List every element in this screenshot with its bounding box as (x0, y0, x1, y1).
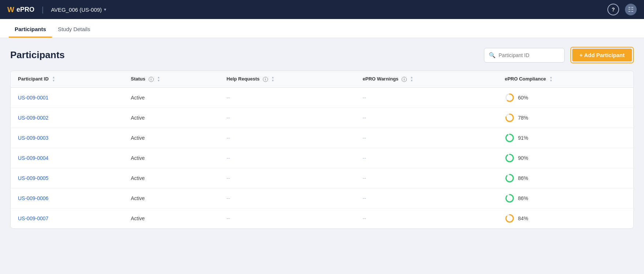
cell-epro-warnings-3: -- (355, 148, 498, 168)
participant-link-4[interactable]: US-009-0005 (18, 175, 48, 181)
participant-link-5[interactable]: US-009-0006 (18, 195, 48, 201)
compliance-circle-1 (505, 113, 514, 123)
cell-epro-warnings-5: -- (355, 188, 498, 209)
cell-epro-compliance-1: 78% (498, 108, 633, 128)
tab-study-details[interactable]: Study Details (52, 21, 96, 38)
table-row: US-009-0006 Active -- -- 86% (11, 188, 633, 209)
cell-help-requests-2: -- (219, 128, 355, 148)
cell-epro-compliance-0: 60% (498, 88, 633, 108)
svg-point-9 (506, 174, 513, 182)
cell-participant-id-4: US-009-0005 (11, 168, 123, 188)
cell-epro-compliance-2: 91% (498, 128, 633, 148)
sort-icon-epro-compliance[interactable]: ▲▼ (550, 76, 552, 82)
epro-warnings-info-icon[interactable]: i (402, 77, 407, 82)
col-status: Status i ▲▼ (123, 71, 219, 88)
table-row: US-009-0002 Active -- -- 78% (11, 108, 633, 128)
table-row: US-009-0003 Active -- -- 91% (11, 128, 633, 148)
add-participant-wrapper: + Add Participant (570, 47, 634, 63)
search-box[interactable]: 🔍 (484, 48, 565, 63)
col-help-requests: Help Requests i ▲▼ (219, 71, 355, 88)
cell-participant-id-1: US-009-0002 (11, 108, 123, 128)
cell-help-requests-1: -- (219, 108, 355, 128)
avatar-button[interactable]: ☷ (625, 4, 637, 15)
compliance-pct-6: 84% (518, 215, 528, 221)
col-epro-warnings: ePRO Warnings i ▲▼ (355, 71, 498, 88)
table-header-row: Participant ID ▲▼ Status i ▲▼ Help Reque (11, 71, 633, 88)
cell-status-5: Active (123, 188, 219, 209)
cell-help-requests-6: -- (219, 209, 355, 229)
sort-icon-help-requests[interactable]: ▲▼ (271, 76, 274, 82)
table-row: US-009-0001 Active -- -- 60% (11, 88, 633, 108)
cell-help-requests-3: -- (219, 148, 355, 168)
participants-table: Participant ID ▲▼ Status i ▲▼ Help Reque (11, 71, 633, 228)
cell-help-requests-5: -- (219, 188, 355, 209)
compliance-pct-3: 90% (518, 155, 528, 161)
cell-status-2: Active (123, 128, 219, 148)
help-label: ? (612, 7, 615, 12)
cell-epro-compliance-3: 90% (498, 148, 633, 168)
cell-status-6: Active (123, 209, 219, 229)
compliance-circle-6 (505, 214, 514, 223)
cell-help-requests-4: -- (219, 168, 355, 188)
compliance-circle-3 (505, 153, 514, 163)
participant-link-0[interactable]: US-009-0001 (18, 95, 48, 101)
col-epro-compliance: ePRO Compliance ▲▼ (498, 71, 633, 88)
main-content: Participants 🔍 + Add Participant Partici… (0, 38, 644, 237)
table-body: US-009-0001 Active -- -- 60% (11, 88, 633, 229)
page-title: Participants (10, 49, 65, 61)
cell-epro-warnings-0: -- (355, 88, 498, 108)
cell-status-3: Active (123, 148, 219, 168)
compliance-pct-4: 86% (518, 175, 528, 181)
cell-epro-warnings-2: -- (355, 128, 498, 148)
sort-icon-epro-warnings[interactable]: ▲▼ (410, 76, 413, 82)
compliance-circle-5 (505, 194, 514, 203)
cell-participant-id-0: US-009-0001 (11, 88, 123, 108)
compliance-pct-0: 60% (518, 95, 528, 101)
logo-area: W ePRO (7, 5, 34, 14)
sort-icon-status[interactable]: ▲▼ (157, 76, 160, 82)
compliance-pct-5: 86% (518, 195, 528, 201)
svg-point-5 (506, 134, 513, 142)
sort-icon-participant-id[interactable]: ▲▼ (52, 76, 55, 82)
help-button[interactable]: ? (607, 4, 619, 15)
study-selector[interactable]: AVEG_006 (US-009) ▾ (51, 7, 106, 13)
top-nav: W ePRO | AVEG_006 (US-009) ▾ ? ☷ (0, 0, 644, 19)
participant-link-3[interactable]: US-009-0004 (18, 155, 48, 161)
status-info-icon[interactable]: i (149, 77, 154, 82)
compliance-pct-1: 78% (518, 115, 528, 121)
cell-participant-id-5: US-009-0006 (11, 188, 123, 209)
participant-link-1[interactable]: US-009-0002 (18, 115, 48, 121)
svg-point-11 (506, 195, 513, 202)
cell-epro-warnings-1: -- (355, 108, 498, 128)
compliance-circle-2 (505, 133, 514, 143)
add-participant-button[interactable]: + Add Participant (572, 49, 632, 61)
compliance-pct-2: 91% (518, 135, 528, 141)
cell-help-requests-0: -- (219, 88, 355, 108)
svg-point-7 (506, 154, 513, 162)
participants-header: Participants 🔍 + Add Participant (10, 47, 634, 63)
logo-w-icon: W (7, 5, 14, 14)
cell-epro-compliance-5: 86% (498, 188, 633, 209)
cell-participant-id-3: US-009-0004 (11, 148, 123, 168)
cell-status-1: Active (123, 108, 219, 128)
search-icon: 🔍 (489, 52, 496, 59)
cell-epro-warnings-6: -- (355, 209, 498, 229)
cell-participant-id-6: US-009-0007 (11, 209, 123, 229)
logo-epro-text: ePRO (16, 6, 34, 14)
study-selector-label: AVEG_006 (US-009) (51, 7, 102, 13)
help-requests-info-icon[interactable]: i (263, 77, 268, 82)
cell-epro-compliance-6: 84% (498, 209, 633, 229)
nav-divider: | (42, 5, 44, 14)
cell-status-0: Active (123, 88, 219, 108)
compliance-circle-0 (505, 93, 514, 102)
chevron-down-icon: ▾ (104, 7, 106, 12)
table-container: Participant ID ▲▼ Status i ▲▼ Help Reque (10, 71, 634, 229)
participant-link-6[interactable]: US-009-0007 (18, 215, 48, 221)
col-participant-id: Participant ID ▲▼ (11, 71, 123, 88)
table-row: US-009-0005 Active -- -- 86% (11, 168, 633, 188)
participant-link-2[interactable]: US-009-0003 (18, 135, 48, 141)
tab-participants[interactable]: Participants (9, 21, 52, 38)
cell-participant-id-2: US-009-0003 (11, 128, 123, 148)
cell-status-4: Active (123, 168, 219, 188)
search-input[interactable] (499, 52, 560, 58)
